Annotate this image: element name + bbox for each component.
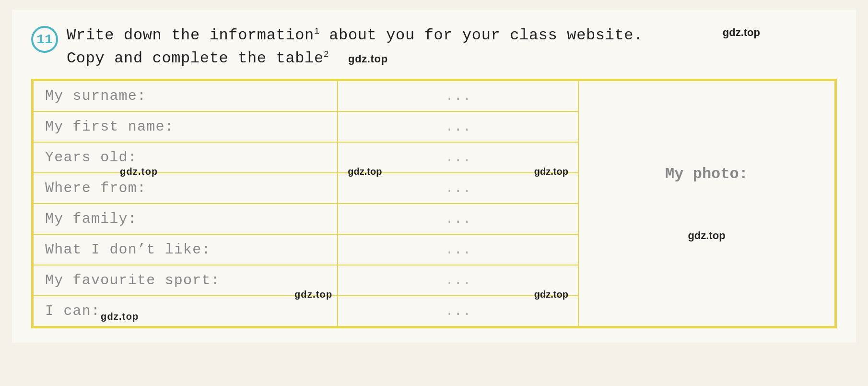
photo-cell: My photo: gdz.top bbox=[578, 81, 835, 326]
watermark-inline1: gdz.top bbox=[348, 51, 388, 67]
label-dontlike: What I don’t like: bbox=[33, 234, 338, 265]
watermark-ican: gdz.top bbox=[101, 311, 139, 322]
table-wrapper: My surname: ... My photo: gdz.top My fir… bbox=[31, 79, 837, 328]
sup2: 2 bbox=[324, 49, 329, 59]
value-wherefrom: ... bbox=[338, 173, 578, 204]
label-firstname: My first name: bbox=[33, 111, 338, 142]
instruction-line1b: about you for your class website. bbox=[319, 26, 643, 44]
watermark-top-right: gdz.top bbox=[723, 26, 760, 39]
value-sport: ... gdz.top bbox=[338, 265, 578, 296]
label-sport: My favourite sport: gdz.top bbox=[33, 265, 338, 296]
instruction-row: 11 Write down the information1 about you… bbox=[31, 24, 837, 70]
value-surname: ... bbox=[338, 81, 578, 111]
page-container: 11 Write down the information1 about you… bbox=[12, 10, 856, 343]
label-ican: I can: gdz.top bbox=[33, 296, 338, 326]
watermark-photo-mid: gdz.top bbox=[590, 229, 823, 242]
instruction-text: Write down the information1 about you fo… bbox=[67, 24, 643, 70]
exercise-number: 11 bbox=[31, 26, 58, 53]
sup1: 1 bbox=[314, 26, 319, 36]
label-wherefrom: Where from: bbox=[33, 173, 338, 204]
label-surname: My surname: bbox=[33, 81, 338, 111]
value-years: ... gdz.top gdz.top bbox=[338, 142, 578, 173]
value-ican: ... bbox=[338, 296, 578, 326]
value-family: ... bbox=[338, 204, 578, 234]
instruction-line1: Write down the information bbox=[67, 26, 314, 44]
label-years: Years old: gdz.top bbox=[33, 142, 338, 173]
value-firstname: ... bbox=[338, 111, 578, 142]
main-table: My surname: ... My photo: gdz.top My fir… bbox=[33, 80, 835, 327]
value-dontlike: ... bbox=[338, 234, 578, 265]
label-family: My family: bbox=[33, 204, 338, 234]
instruction-line2: Copy and complete the table bbox=[67, 49, 324, 67]
table-row: My surname: ... My photo: gdz.top bbox=[33, 81, 835, 111]
